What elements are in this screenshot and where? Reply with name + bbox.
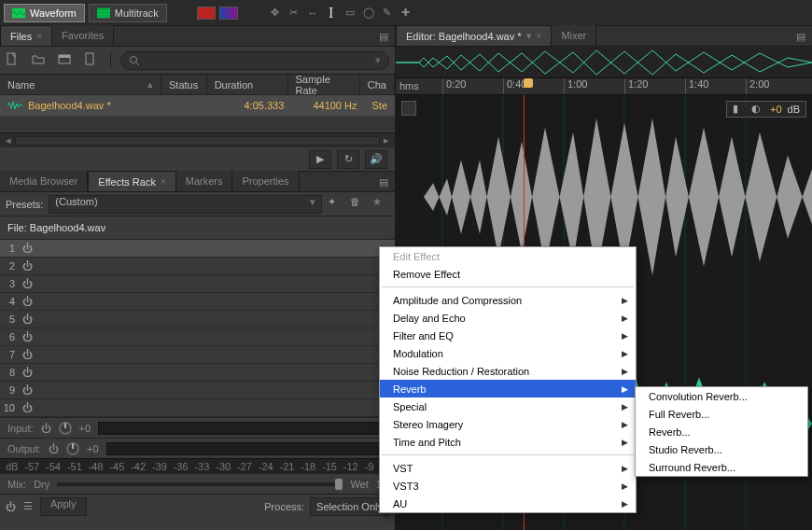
save-preset-icon[interactable]: ✦ bbox=[328, 196, 344, 213]
panel-menu-icon[interactable]: ▤ bbox=[790, 27, 812, 46]
effect-slot[interactable]: 9⏻ bbox=[0, 382, 395, 399]
power-icon[interactable]: ⏻ bbox=[19, 314, 35, 325]
submenu-convolution-reverb[interactable]: Convolution Reverb... bbox=[636, 387, 807, 405]
power-icon[interactable]: ⏻ bbox=[41, 423, 51, 434]
tab-editor[interactable]: Editor: Bagelhood4.wav * ▾ × bbox=[396, 25, 552, 46]
input-gain-knob[interactable] bbox=[59, 422, 72, 435]
apply-button[interactable]: Apply bbox=[40, 497, 87, 516]
favorite-icon[interactable]: ★ bbox=[372, 196, 389, 213]
submenu-surround-reverb[interactable]: Surround Reverb... bbox=[636, 458, 807, 476]
menu-special[interactable]: Special▶ bbox=[380, 398, 636, 415]
mode-waveform[interactable]: Waveform bbox=[4, 4, 85, 22]
delete-preset-icon[interactable]: 🗑 bbox=[350, 196, 367, 213]
menu-delay[interactable]: Delay and Echo▶ bbox=[380, 309, 636, 327]
power-icon[interactable]: ⏻ bbox=[19, 384, 35, 396]
tab-markers[interactable]: Markers bbox=[176, 171, 233, 191]
close-icon[interactable]: × bbox=[36, 31, 42, 41]
new-file-icon[interactable] bbox=[6, 52, 22, 69]
menu-modulation[interactable]: Modulation▶ bbox=[380, 344, 636, 362]
menu-reverb[interactable]: Reverb▶ bbox=[380, 380, 636, 398]
tab-mixer[interactable]: Mixer bbox=[552, 25, 596, 46]
effect-slot[interactable]: 3⏻ bbox=[0, 275, 395, 293]
panel-menu-icon[interactable]: ▤ bbox=[372, 173, 395, 191]
close-file-icon[interactable] bbox=[84, 52, 101, 69]
col-name[interactable]: Name▴ bbox=[0, 75, 161, 94]
power-icon[interactable]: ⏻ bbox=[19, 278, 35, 289]
power-icon[interactable]: ⏻ bbox=[19, 349, 35, 360]
menu-filter-eq[interactable]: Filter and EQ▶ bbox=[380, 327, 636, 344]
close-icon[interactable]: × bbox=[161, 176, 166, 187]
overview-waveform[interactable] bbox=[396, 47, 812, 78]
autoplay-button[interactable]: 🔊 bbox=[365, 150, 387, 169]
menu-stereo[interactable]: Stereo Imagery▶ bbox=[380, 415, 636, 433]
power-icon[interactable]: ⏻ bbox=[19, 331, 35, 342]
open-folder-icon[interactable] bbox=[32, 52, 49, 69]
menu-remove-effect[interactable]: Remove Effect bbox=[380, 265, 636, 283]
menu-au[interactable]: AU▶ bbox=[380, 495, 636, 512]
effect-slot[interactable]: 8⏻ bbox=[0, 364, 395, 382]
power-icon[interactable]: ⏻ bbox=[19, 367, 35, 378]
effect-slot[interactable]: 6⏻ bbox=[0, 328, 395, 346]
search-input[interactable]: ▾ bbox=[120, 51, 389, 70]
col-channels[interactable]: Cha bbox=[360, 75, 395, 94]
range-tool-icon[interactable]: ↔ bbox=[305, 6, 320, 21]
brush-tool-icon[interactable]: ✎ bbox=[380, 6, 395, 21]
effect-slot[interactable]: 1⏻▸ bbox=[0, 240, 395, 258]
mix-slider[interactable] bbox=[57, 482, 343, 486]
presets-select[interactable]: (Custom)▾ bbox=[49, 195, 322, 214]
col-status[interactable]: Status bbox=[161, 75, 207, 94]
effect-slot[interactable]: 2⏻ bbox=[0, 258, 395, 275]
submenu-studio-reverb[interactable]: Studio Reverb... bbox=[636, 440, 807, 458]
tab-properties[interactable]: Properties bbox=[232, 171, 299, 191]
effect-slot[interactable]: 7⏻ bbox=[0, 346, 395, 364]
menu-vst[interactable]: VST▶ bbox=[380, 459, 636, 477]
scroll-right-icon[interactable]: ▸ bbox=[380, 134, 393, 147]
file-list-hscroll[interactable]: ◂ ▸ bbox=[0, 132, 395, 147]
close-icon[interactable]: × bbox=[537, 31, 542, 41]
play-button[interactable]: ▶ bbox=[309, 150, 331, 169]
power-icon[interactable]: ⏻ bbox=[6, 501, 16, 512]
power-icon[interactable]: ⏻ bbox=[19, 260, 35, 272]
effect-slot[interactable]: 10⏻ bbox=[0, 399, 395, 417]
chevron-down-icon[interactable]: ▾ bbox=[526, 30, 532, 42]
playhead-icon[interactable] bbox=[524, 78, 533, 88]
import-icon[interactable] bbox=[58, 52, 75, 69]
cut-tool-icon[interactable]: ✂ bbox=[287, 6, 301, 21]
panel-menu-icon[interactable]: ▤ bbox=[372, 27, 395, 46]
vertical-zoom[interactable]: ▮ ◐ +0 dB bbox=[726, 101, 806, 118]
loop-button[interactable]: ↻ bbox=[337, 150, 359, 169]
time-ruler[interactable]: hms 0:20 0:40 1:00 1:20 1:40 2:00 bbox=[396, 78, 812, 95]
channel-toggle[interactable] bbox=[401, 101, 416, 116]
lasso-tool-icon[interactable]: ◯ bbox=[361, 6, 376, 21]
tab-favorites[interactable]: Favorites bbox=[52, 25, 114, 46]
menu-time-pitch[interactable]: Time and Pitch▶ bbox=[380, 433, 636, 451]
tab-effects-rack[interactable]: Effects Rack× bbox=[88, 171, 175, 191]
chevron-down-icon[interactable]: ▾ bbox=[375, 54, 381, 66]
move-tool-icon[interactable]: ✥ bbox=[268, 6, 283, 21]
col-duration[interactable]: Duration bbox=[207, 75, 288, 94]
power-icon[interactable]: ⏻ bbox=[49, 443, 59, 454]
power-icon[interactable]: ⏻ bbox=[19, 402, 35, 413]
heal-tool-icon[interactable]: ✚ bbox=[399, 6, 413, 21]
marquee-tool-icon[interactable]: ▭ bbox=[343, 6, 357, 21]
power-icon[interactable]: ⏻ bbox=[19, 243, 35, 254]
menu-vst3[interactable]: VST3▶ bbox=[380, 477, 636, 495]
file-row[interactable]: Bagelhood4.wav * 4:05.333 44100 Hz Ste bbox=[0, 95, 395, 116]
effect-slot[interactable]: 4⏻ bbox=[0, 293, 395, 311]
mode-multitrack[interactable]: Multitrack bbox=[89, 4, 167, 22]
tab-media-browser[interactable]: Media Browser bbox=[0, 171, 88, 191]
swatch-red[interactable] bbox=[197, 7, 216, 20]
tab-files[interactable]: Files × bbox=[0, 25, 52, 46]
ibeam-tool-icon[interactable]: I bbox=[324, 6, 339, 21]
submenu-reverb[interactable]: Reverb... bbox=[636, 423, 807, 440]
menu-noise[interactable]: Noise Reduction / Restoration▶ bbox=[380, 362, 636, 380]
submenu-full-reverb[interactable]: Full Reverb... bbox=[636, 405, 807, 423]
scroll-left-icon[interactable]: ◂ bbox=[2, 134, 15, 147]
col-rate[interactable]: Sample Rate bbox=[288, 75, 360, 94]
spectral-toggle-icon[interactable] bbox=[219, 7, 238, 20]
output-gain-knob[interactable] bbox=[66, 442, 79, 455]
power-icon[interactable]: ⏻ bbox=[19, 296, 35, 307]
effect-slot[interactable]: 5⏻ bbox=[0, 311, 395, 328]
list-icon[interactable]: ☰ bbox=[23, 500, 33, 512]
menu-amplitude[interactable]: Amplitude and Compression▶ bbox=[380, 291, 636, 309]
